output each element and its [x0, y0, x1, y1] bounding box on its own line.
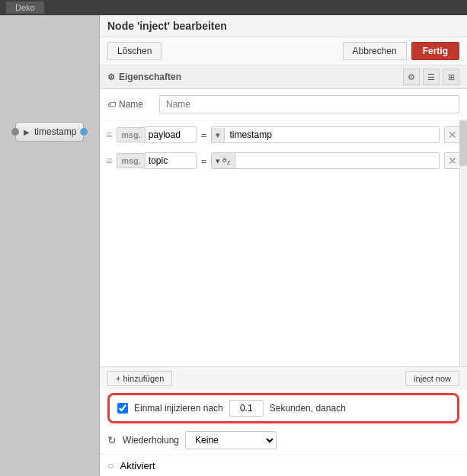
name-label-text: Name: [119, 99, 143, 110]
right-buttons: Abbrechen Fertig: [343, 42, 459, 60]
name-input[interactable]: [159, 95, 459, 113]
msg-prefix-topic: msg.: [117, 153, 145, 168]
scrollbar-track[interactable]: [459, 120, 467, 366]
properties-label: ⚙ Eigenschaften: [107, 72, 181, 82]
abbrechen-button[interactable]: Abbrechen: [343, 42, 407, 60]
payload-delete-button[interactable]: ✕: [444, 126, 461, 143]
msg-prefix-payload: msg.: [117, 127, 145, 142]
tag-icon: 🏷: [107, 100, 116, 109]
inject-once-checkbox[interactable]: [117, 403, 128, 414]
repeat-label: Wiederholung: [123, 435, 179, 446]
loeschen-button[interactable]: Löschen: [107, 42, 162, 60]
inject-once-row: Einmal injizieren nach Sekunden, danach: [107, 393, 459, 423]
aktiviert-label: Aktiviert: [120, 460, 155, 471]
repeat-row: ↻ Wiederholung Keine Intervall Zeitplan: [100, 426, 467, 454]
name-section: 🏷 Name: [100, 89, 467, 120]
deko-tab[interactable]: Deko: [6, 2, 44, 14]
node-input-port: [11, 128, 19, 136]
payload-value-wrapper: ▾: [211, 126, 440, 143]
name-row: 🏷 Name: [107, 95, 459, 113]
node-arrow-icon: ▶: [24, 128, 30, 136]
bottom-bar: + hinzufügen inject now: [100, 366, 467, 390]
payload-eq: =: [201, 129, 207, 141]
top-bar: Deko: [0, 0, 467, 15]
topic-value-input[interactable]: [235, 153, 440, 168]
node-timestamp[interactable]: ▶ timestamp: [15, 122, 84, 142]
inject-danach-label: Sekunden, danach: [270, 403, 346, 414]
payload-value-type[interactable]: ▾: [212, 128, 225, 142]
inject-once-label: Einmal injizieren nach: [134, 403, 223, 414]
drag-handle-payload[interactable]: ≡: [106, 129, 112, 141]
node-label: timestamp: [34, 126, 76, 137]
topic-value-type[interactable]: ▾ az: [212, 153, 235, 168]
drag-handle-topic[interactable]: ≡: [106, 155, 112, 167]
tab-icon-settings[interactable]: ⚙: [403, 69, 420, 85]
inject-now-button[interactable]: inject now: [405, 371, 459, 386]
tab-icons: ⚙ ☰ ⊞: [403, 69, 459, 85]
topic-key-group: msg.: [117, 152, 197, 169]
circle-icon: ○: [107, 459, 114, 471]
tab-icon-doc[interactable]: ☰: [423, 69, 440, 85]
hinzufuegen-button[interactable]: + hinzufügen: [107, 371, 172, 386]
payload-key-input[interactable]: [145, 126, 197, 143]
topic-key-input[interactable]: [145, 152, 197, 169]
edit-panel: Node 'inject' bearbeiten Löschen Abbrech…: [99, 15, 467, 476]
aktiviert-row: ○ Aktiviert: [100, 454, 467, 476]
fertig-button[interactable]: Fertig: [411, 42, 459, 60]
properties-tab-label: Eigenschaften: [119, 72, 181, 82]
chevron-down-icon: ▾: [216, 130, 220, 140]
repeat-icon: ↻: [107, 434, 117, 446]
canvas-area: ▶ timestamp: [0, 15, 99, 476]
topic-value-wrapper: ▾ az: [211, 152, 440, 169]
repeat-select[interactable]: Keine Intervall Zeitplan: [185, 431, 277, 449]
az-icon: az: [222, 155, 230, 166]
msg-row-payload: ≡ msg. = ▾ ✕: [100, 123, 467, 146]
node-output-port: [80, 128, 88, 136]
chevron-down-icon-topic: ▾: [216, 156, 220, 166]
panel-title: Node 'inject' bearbeiten: [107, 20, 227, 32]
panel-toolbar: Löschen Abbrechen Fertig: [100, 37, 467, 65]
gear-icon: ⚙: [107, 72, 115, 82]
panel-header: Node 'inject' bearbeiten: [100, 15, 467, 37]
topic-delete-button[interactable]: ✕: [444, 152, 461, 169]
properties-tab: ⚙ Eigenschaften ⚙ ☰ ⊞: [100, 65, 467, 89]
msg-row-topic: ≡ msg. = ▾ az ✕: [100, 149, 467, 172]
payload-key-group: msg.: [117, 126, 197, 143]
payload-value-input[interactable]: [225, 127, 439, 142]
scrollbar-thumb[interactable]: [459, 120, 467, 166]
inject-seconds-input[interactable]: [229, 400, 264, 417]
tab-icon-grid[interactable]: ⊞: [443, 69, 459, 85]
name-label: 🏷 Name: [107, 99, 153, 110]
topic-eq: =: [201, 155, 207, 167]
msg-rows-section: ≡ msg. = ▾ ✕ ≡ msg. =: [100, 120, 467, 366]
properties-tab-inner: ⚙ Eigenschaften ⚙ ☰ ⊞: [100, 65, 467, 88]
